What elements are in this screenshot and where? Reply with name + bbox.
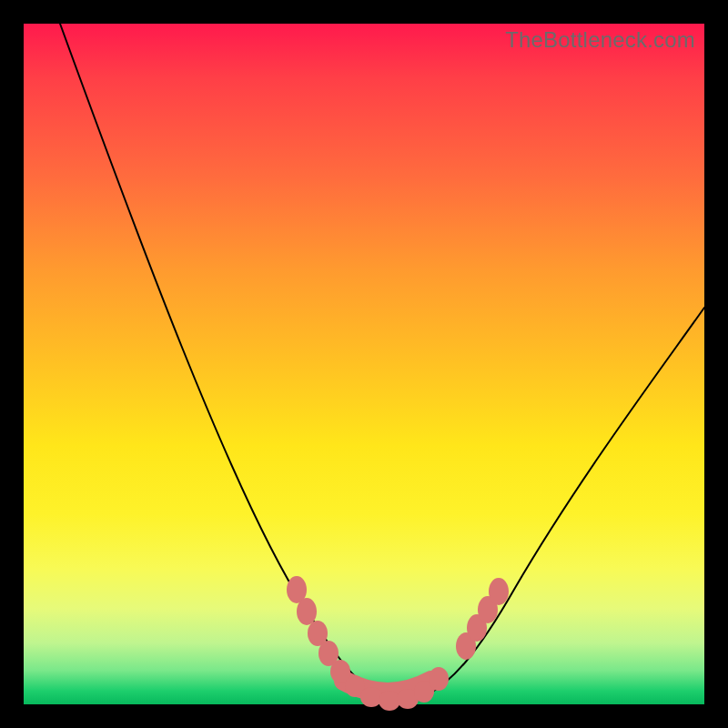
- chart-svg: [24, 24, 704, 704]
- svg-point-1: [297, 598, 317, 625]
- beads-right: [414, 578, 509, 703]
- beads-left: [287, 576, 365, 697]
- chart-frame: TheBottleneck.com: [0, 0, 728, 728]
- svg-point-6: [360, 687, 382, 707]
- bottleneck-curve: [60, 24, 704, 702]
- chart-plot-area: TheBottleneck.com: [24, 24, 704, 704]
- svg-point-14: [489, 578, 509, 605]
- svg-point-10: [429, 667, 449, 691]
